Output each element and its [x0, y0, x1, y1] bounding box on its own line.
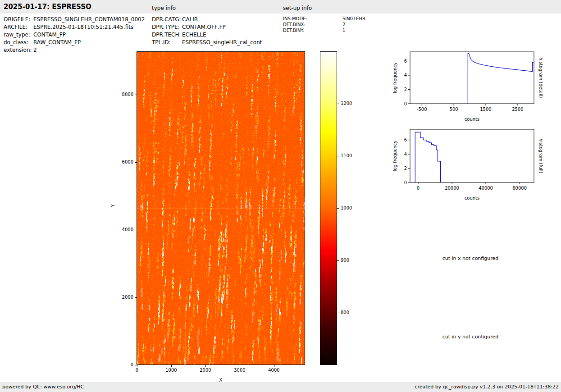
tick-mark [135, 365, 137, 365]
hist-frame [410, 129, 534, 182]
colorbar-tick-mark [337, 260, 339, 261]
tick-label: 20000 [445, 186, 459, 191]
tick-label: 2 [404, 166, 407, 171]
tick-mark [135, 162, 137, 163]
metadata-label: raw_type: [4, 31, 33, 39]
tick-label: 0 [115, 362, 133, 368]
tick-label: 4000 [265, 368, 283, 373]
tick-mark [137, 365, 137, 367]
colorbar-tick-label: 800 [341, 310, 359, 315]
cut-x-note: cut in x not configured [419, 255, 522, 261]
x-axis-label: counts [465, 196, 479, 201]
footer-created: created by qc_rawdisp.py v1.2.3 on 2025-… [415, 382, 559, 392]
metadata-value: 2 [342, 22, 345, 27]
metadata-row: ORIGFILE:ESPRESSO_SINGLEHR_CONTAM018_000… [4, 16, 145, 23]
metadata-label: do_class: [4, 39, 33, 46]
colorbar-tick-mark [337, 313, 339, 313]
metadata-label: DPR.TYPE: [152, 23, 182, 31]
tick-label: 4000 [115, 227, 133, 232]
header-bar: 2025-01-17: ESPRESSO type info set-up in… [0, 0, 561, 14]
y-axis-label: log frequency [392, 141, 397, 172]
footer-bar: powered by QC: www.eso.org/HC created by… [0, 382, 561, 392]
tick-label: 2000 [115, 295, 133, 300]
colorbar-tick-mark [337, 104, 339, 104]
tick-mark [135, 230, 137, 230]
type-metadata: DPR.CATG:CALIBDPR.TYPE:CONTAM,OFF,FPDPR.… [152, 16, 262, 46]
histogram-full: 02000040000600000246countslog frequencyh… [383, 125, 561, 204]
tick-label: 3000 [231, 368, 249, 373]
histogram-line [415, 132, 440, 182]
histogram-detail: -500500150025000246countslog frequencyhi… [383, 47, 561, 126]
metadata-value: 1 [342, 27, 345, 33]
colorbar-tick-label: 900 [341, 258, 359, 263]
metadata-label: DPR.CATG: [152, 16, 182, 23]
x-axis-label: counts [465, 117, 479, 122]
tick-label: 1500 [480, 107, 491, 112]
colorbar-tick-label: 1200 [341, 101, 359, 106]
metadata-label: TPL.ID: [152, 39, 182, 46]
tick-mark [171, 365, 172, 367]
tick-label: 8000 [115, 92, 133, 97]
tick-label: 40000 [479, 186, 493, 191]
tick-label: 60000 [512, 186, 527, 191]
general-metadata: ORIGFILE:ESPRESSO_SINGLEHR_CONTAM018_000… [4, 16, 145, 54]
tick-label: 2500 [512, 107, 523, 112]
setup-info-header: set-up info [283, 5, 312, 11]
tick-label: 4 [404, 152, 407, 157]
cut-y-note: cut in y not configured [419, 334, 522, 340]
metadata-label: ARCFILE: [4, 23, 33, 31]
metadata-value: 2 [33, 46, 37, 54]
metadata-value: SINGLEHR [342, 16, 365, 22]
tick-label: 2000 [196, 368, 214, 373]
hist-frame [410, 52, 534, 104]
tick-label: 6 [404, 59, 407, 64]
type-info-header: type info [152, 5, 176, 11]
metadata-row: raw_type:CONTAM_FP [4, 31, 145, 39]
metadata-label: ORIGFILE: [4, 16, 33, 23]
metadata-label: DET.BINX: [283, 22, 342, 27]
metadata-value: RAW_CONTAM_FP [33, 39, 81, 46]
colorbar-tick-mark [337, 156, 339, 156]
colorbar [320, 51, 337, 365]
metadata-label: DPR.TECH: [152, 31, 182, 39]
metadata-row: DET.BINX:2 [283, 22, 365, 27]
hist-title: histogram (detail) [538, 58, 543, 98]
metadata-value: CALIB [182, 16, 198, 23]
tick-label: 2 [404, 87, 407, 92]
raw-image-plot [137, 51, 305, 365]
tick-label: 0 [404, 101, 407, 106]
tick-label: -500 [417, 107, 427, 112]
y-axis-label: Y [110, 198, 115, 214]
tick-mark [240, 365, 240, 367]
tick-label: 6000 [115, 160, 133, 165]
colorbar-tick-label: 1000 [341, 205, 359, 211]
metadata-row: do_class:RAW_CONTAM_FP [4, 39, 145, 46]
setup-metadata: INS.MODE:SINGLEHRDET.BINX:2DET.BINY:1 [283, 16, 365, 33]
metadata-value: CONTAM_FP [33, 31, 66, 39]
y-axis-label: log frequency [392, 62, 397, 93]
tick-label: 500 [450, 107, 458, 112]
tick-label: 4 [404, 73, 407, 77]
histogram-line [468, 53, 534, 104]
metadata-row: ARCFILE:ESPRE.2025-01-18T10:51:21.445.fi… [4, 23, 145, 31]
metadata-value: ECHELLE [182, 31, 206, 39]
footer-credit: powered by QC: www.eso.org/HC [2, 382, 84, 392]
tick-label: 0 [404, 180, 407, 185]
tick-label: 0 [417, 186, 420, 191]
colorbar-tick-mark [337, 208, 339, 209]
metadata-value: CONTAM,OFF,FP [182, 23, 226, 31]
metadata-value: ESPRESSO_SINGLEHR_CONTAM018_0002 [33, 16, 145, 23]
tick-mark [135, 297, 137, 298]
tick-label: 1000 [162, 368, 180, 373]
metadata-row: extension:2 [4, 46, 145, 54]
raw-detector-image [137, 52, 305, 365]
metadata-value: ESPRESSO_singleHR_cal_cont [182, 39, 262, 46]
tick-mark [205, 365, 206, 367]
metadata-row: INS.MODE:SINGLEHR [283, 16, 365, 22]
tick-mark [274, 365, 274, 367]
hist-title: histogram (full) [538, 138, 543, 173]
metadata-value: ESPRE.2025-01-18T10:51:21.445.fits [33, 23, 133, 31]
metadata-row: DPR.TYPE:CONTAM,OFF,FP [152, 23, 262, 31]
page-title: 2025-01-17: ESPRESSO [4, 3, 91, 11]
tick-mark [135, 95, 137, 95]
